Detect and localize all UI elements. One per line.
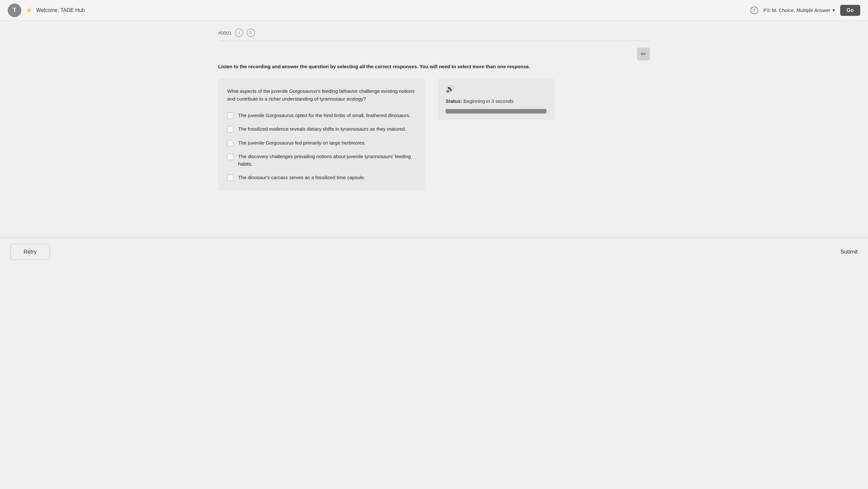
lightning-icon: ⚡: [25, 7, 32, 14]
main-content: #0001 i ⧉ ✏ Listen to the recording and …: [208, 21, 660, 198]
copy-icon[interactable]: ⧉: [247, 28, 255, 37]
question-text: What aspects of the juvenile Gorgosaurus…: [227, 87, 416, 103]
list-item: The juvenile Gorgosaurus fed primarily o…: [227, 139, 416, 147]
header-left: T ⚡ Welcome, TADE Hub: [8, 4, 85, 17]
audio-status: Status: Beginning in 3 seconds: [446, 98, 547, 104]
instruction-text: Listen to the recording and answer the q…: [218, 63, 650, 70]
list-item: The fossilized evidence reveals dietary …: [227, 125, 416, 133]
option-checkbox-4[interactable]: [227, 154, 234, 160]
options-list: The juvenile Gorgosaurus opted for the h…: [227, 112, 416, 181]
option-checkbox-5[interactable]: [227, 175, 234, 181]
question-panel: What aspects of the juvenile Gorgosaurus…: [218, 78, 425, 191]
retry-button[interactable]: Retry: [10, 244, 50, 260]
option-label-4[interactable]: The discovery challenges prevailing noti…: [238, 153, 416, 168]
avatar: T: [8, 4, 21, 17]
audio-header: 🔊: [446, 85, 547, 93]
content-area: What aspects of the juvenile Gorgosaurus…: [218, 78, 650, 191]
question-type-selector[interactable]: P3: M. Choice, Multiple Answer ▾: [763, 7, 835, 13]
speaker-icon: 🔊: [446, 85, 454, 93]
submit-button[interactable]: Submit: [840, 249, 858, 255]
option-label-3[interactable]: The juvenile Gorgosaurus fed primarily o…: [238, 139, 366, 147]
header: T ⚡ Welcome, TADE Hub ? P3: M. Choice, M…: [0, 0, 868, 21]
header-right: ? P3: M. Choice, Multiple Answer ▾ Go: [750, 5, 860, 16]
option-label-2[interactable]: The fossilized evidence reveals dietary …: [238, 125, 406, 133]
list-item: The discovery challenges prevailing noti…: [227, 153, 416, 168]
edit-icon-wrapper: ✏: [218, 48, 650, 60]
footer: Retry Submit: [0, 237, 868, 266]
option-label-1[interactable]: The juvenile Gorgosaurus opted for the h…: [238, 112, 410, 119]
option-checkbox-1[interactable]: [227, 113, 234, 119]
audio-progress-bar: [446, 109, 547, 114]
status-value: Beginning in 3 seconds: [463, 98, 514, 104]
status-label: Status:: [446, 98, 462, 104]
question-id-row: #0001 i ⧉: [218, 28, 650, 37]
question-id: #0001: [218, 30, 232, 35]
help-icon[interactable]: ?: [750, 6, 758, 14]
option-label-5[interactable]: The dinosaur's carcass serves as a fossi…: [238, 174, 365, 181]
option-checkbox-3[interactable]: [227, 140, 234, 146]
list-item: The dinosaur's carcass serves as a fossi…: [227, 174, 416, 181]
audio-panel: 🔊 Status: Beginning in 3 seconds: [438, 78, 554, 120]
chevron-down-icon: ▾: [833, 7, 835, 13]
info-icon[interactable]: i: [235, 28, 243, 37]
option-checkbox-2[interactable]: [227, 126, 234, 133]
question-type-label: P3: M. Choice, Multiple Answer: [763, 7, 831, 13]
list-item: The juvenile Gorgosaurus opted for the h…: [227, 112, 416, 119]
go-button[interactable]: Go: [840, 5, 860, 16]
welcome-text: Welcome, TADE Hub: [36, 7, 85, 13]
section-divider: [218, 41, 650, 41]
edit-button[interactable]: ✏: [637, 48, 650, 60]
